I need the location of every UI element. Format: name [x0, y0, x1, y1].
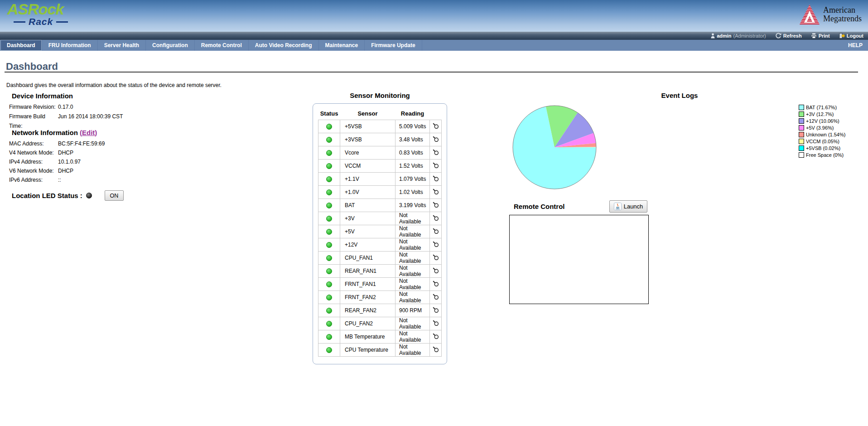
nav-item-dashboard[interactable]: Dashboard [0, 40, 42, 51]
device-info-value: Jun 16 2014 18:00:39 CST [58, 112, 123, 131]
refresh-button[interactable]: Refresh [775, 33, 802, 39]
legend-item: +3V (12.7%) [799, 111, 845, 117]
nav-item-fru-information[interactable]: FRU Information [42, 40, 98, 51]
magnifier-icon [432, 188, 439, 195]
sensor-reading: Not Available [395, 343, 430, 356]
sensor-detail-button[interactable] [430, 172, 442, 185]
status-ok-icon [326, 163, 332, 169]
sensor-row: +3VSB3.48 Volts [318, 133, 442, 146]
sensor-detail-button[interactable] [430, 290, 442, 304]
sensor-name: BAT [340, 198, 395, 212]
event-logs-heading: Event Logs [634, 92, 725, 99]
network-info-value: DHCP [58, 148, 73, 157]
legend-color-swatch [799, 145, 804, 151]
print-button[interactable]: Print [811, 33, 830, 39]
sensor-reading: Not Available [395, 290, 430, 304]
amt-text-line2: Megatrends [823, 15, 862, 23]
sensor-row: FRNT_FAN1Not Available [318, 277, 442, 290]
event-logs-pie-chart [511, 104, 598, 191]
sensor-detail-button[interactable] [430, 304, 442, 317]
status-ok-icon [326, 189, 332, 195]
launch-button[interactable]: Launch [609, 200, 647, 213]
magnifier-icon [432, 241, 439, 247]
location-led-label: Location LED Status : [12, 192, 82, 199]
refresh-icon [775, 33, 781, 39]
sensor-row: +5VSB5.009 Volts [318, 120, 442, 133]
sensor-row: +1.1V1.079 Volts [318, 172, 442, 185]
legend-item: Free Space (0%) [799, 152, 845, 158]
user-session-info[interactable]: admin (Administrator) [711, 33, 766, 39]
nav-item-server-health[interactable]: Server Health [98, 40, 146, 51]
page-title: Dashboard [6, 61, 58, 73]
magnifier-icon [432, 228, 439, 234]
sensor-reading: 3.48 Volts [395, 133, 430, 146]
network-info-label: V6 Network Mode: [9, 166, 58, 175]
sensor-reading: 1.02 Volts [395, 185, 430, 198]
sensor-detail-button[interactable] [430, 225, 442, 238]
nav-item-auto-video-recording[interactable]: Auto Video Recording [249, 40, 319, 51]
led-on-button[interactable]: ON [105, 190, 124, 201]
legend-label: Unknown (1.54%) [806, 132, 845, 137]
status-ok-icon [326, 242, 332, 248]
device-info-row: Firmware Build Time:Jun 16 2014 18:00:39… [9, 112, 123, 131]
edit-paren-close: ) [95, 129, 97, 136]
sensor-status-cell [318, 172, 340, 185]
sensor-name: +1.0V [340, 185, 395, 198]
sensor-reading: 900 RPM [395, 304, 430, 317]
nav-item-firmware-update[interactable]: Firmware Update [365, 40, 422, 51]
sensor-name: CPU_FAN1 [340, 251, 395, 264]
sensor-table: Status Sensor Reading +5VSB5.009 Volts+3… [318, 107, 442, 357]
magnifier-icon [432, 267, 439, 274]
magnifier-icon [432, 346, 439, 353]
logout-icon [839, 33, 845, 39]
username: admin [717, 33, 731, 39]
sensor-detail-button[interactable] [430, 343, 442, 356]
nav-item-remote-control[interactable]: Remote Control [195, 40, 249, 51]
sensor-monitoring-panel: Status Sensor Reading +5VSB5.009 Volts+3… [313, 103, 447, 364]
sensor-row: CPU_FAN2Not Available [318, 317, 442, 330]
nav-item-maintenance[interactable]: Maintenance [319, 40, 365, 51]
sensor-detail-button[interactable] [430, 120, 442, 133]
sensor-row: REAR_FAN1Not Available [318, 264, 442, 277]
sensor-status-cell [318, 198, 340, 212]
sensor-status-cell [318, 185, 340, 198]
magnifier-icon [432, 214, 439, 221]
dashboard-page: ASRock Rack American [0, 0, 868, 426]
legend-label: +5VSB (0.02%) [806, 145, 840, 151]
sensor-detail-button[interactable] [430, 238, 442, 251]
legend-item: VCCM (0.05%) [799, 139, 845, 144]
page-description: Dashboard gives the overall information … [6, 82, 222, 88]
sensor-detail-button[interactable] [430, 198, 442, 212]
sensor-detail-button[interactable] [430, 159, 442, 172]
event-logs-legend: BAT (71.67%)+3V (12.7%)+12V (10.06%)+5V … [799, 105, 845, 159]
sensor-detail-button[interactable] [430, 212, 442, 225]
magnifier-icon [432, 254, 439, 261]
device-info-label: Firmware Build Time: [9, 112, 58, 131]
sensor-reading: 0.83 Volts [395, 146, 430, 159]
sensor-monitoring-heading: Sensor Monitoring [313, 92, 447, 99]
logout-button[interactable]: Logout [839, 33, 863, 39]
sensor-detail-button[interactable] [430, 146, 442, 159]
sensor-name: MB Temperature [340, 330, 395, 343]
sensor-reading: Not Available [395, 317, 430, 330]
help-link[interactable]: HELP [848, 40, 868, 51]
network-info-row: IPv6 Address::: [9, 175, 105, 184]
sensor-status-cell [318, 133, 340, 146]
sensor-detail-button[interactable] [430, 264, 442, 277]
nav-item-configuration[interactable]: Configuration [146, 40, 195, 51]
sensor-detail-button[interactable] [430, 330, 442, 343]
network-info-label: V4 Network Mode: [9, 148, 58, 157]
sensor-detail-button[interactable] [430, 185, 442, 198]
sensor-name: CPU_FAN2 [340, 317, 395, 330]
status-ok-icon [326, 268, 332, 274]
magnifier-icon [432, 201, 439, 208]
network-info-rows: MAC Address:BC:5F:F4:FE:59:69V4 Network … [9, 139, 105, 184]
sensor-detail-button[interactable] [430, 251, 442, 264]
sensor-detail-button[interactable] [430, 317, 442, 330]
sensor-detail-button[interactable] [430, 277, 442, 290]
sensor-detail-button[interactable] [430, 133, 442, 146]
sensor-status-cell [318, 251, 340, 264]
device-info-row: Firmware Revision:0.17.0 [9, 102, 123, 112]
network-edit-link[interactable]: Edit [82, 129, 95, 136]
network-info-row: IPv4 Address:10.1.0.97 [9, 157, 105, 166]
